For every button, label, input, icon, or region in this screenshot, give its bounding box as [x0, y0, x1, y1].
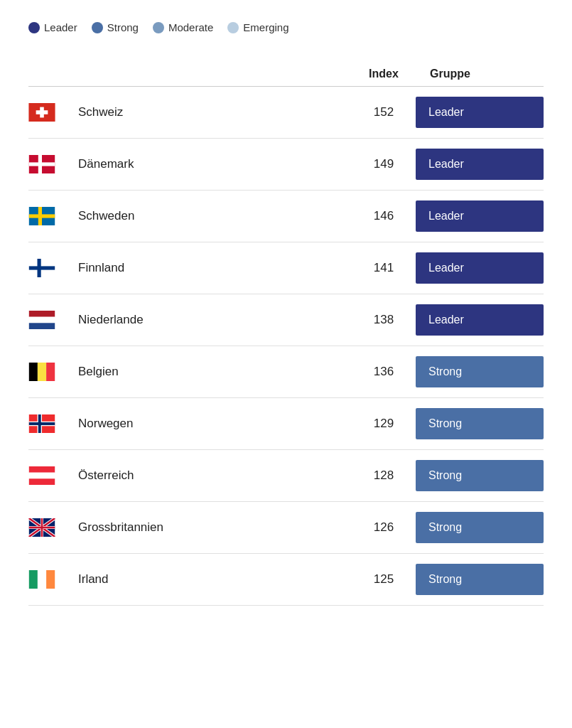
- flag-cell-se: [28, 207, 71, 225]
- country-name-2: Schweden: [71, 209, 352, 223]
- svg-rect-8: [38, 207, 42, 225]
- index-value-0: 152: [352, 105, 416, 119]
- table-row: Schweiz 152 Leader: [28, 87, 544, 139]
- table-row: Niederlande 138 Leader: [28, 294, 544, 346]
- gruppe-badge-6: Strong: [416, 408, 544, 439]
- svg-rect-22: [38, 414, 41, 433]
- dot-strong: [92, 22, 103, 33]
- flag-cell-ch: [28, 103, 71, 122]
- svg-rect-37: [46, 570, 55, 589]
- legend-item-leader: Leader: [28, 21, 77, 33]
- country-name-3: Finnland: [71, 261, 352, 275]
- index-value-7: 128: [352, 469, 416, 483]
- country-name-8: Grossbritannien: [71, 520, 352, 535]
- flag-cell-fi: [28, 259, 71, 277]
- flag-cell-dk: [28, 155, 71, 173]
- table-row: Schweden 146 Leader: [28, 191, 544, 242]
- gruppe-badge-1: Leader: [416, 149, 544, 180]
- table-row: Dänemark 149 Leader: [28, 139, 544, 191]
- gruppe-badge-0: Leader: [416, 97, 544, 128]
- dot-emerging: [227, 22, 239, 33]
- svg-rect-16: [38, 363, 46, 381]
- index-value-4: 138: [352, 313, 416, 327]
- legend-label-leader: Leader: [44, 21, 77, 33]
- table-body: Schweiz 152 Leader Dänemark 149 Leader S…: [28, 87, 544, 606]
- svg-rect-5: [38, 155, 42, 173]
- legend-item-moderate: Moderate: [153, 21, 213, 33]
- flag-cell-no: [28, 414, 71, 433]
- index-value-8: 126: [352, 520, 416, 535]
- header-index: Index: [352, 68, 416, 80]
- index-value-1: 149: [352, 157, 416, 171]
- svg-rect-17: [46, 363, 55, 381]
- dot-leader: [28, 22, 40, 33]
- index-value-6: 129: [352, 417, 416, 431]
- flag-cell-at: [28, 466, 71, 485]
- table-row: Österreich 128 Strong: [28, 450, 544, 502]
- index-value-2: 146: [352, 209, 416, 223]
- svg-rect-35: [29, 570, 38, 589]
- svg-rect-34: [41, 518, 43, 537]
- gruppe-badge-9: Strong: [416, 564, 544, 595]
- svg-rect-11: [38, 259, 41, 277]
- country-name-6: Norwegen: [71, 417, 352, 431]
- flag-cell-ie: [28, 570, 71, 589]
- table-header: Index Gruppe: [28, 62, 544, 87]
- svg-rect-2: [36, 110, 48, 114]
- svg-rect-10: [29, 266, 55, 269]
- legend-item-emerging: Emerging: [227, 21, 288, 33]
- gruppe-badge-3: Leader: [416, 252, 544, 284]
- gruppe-badge-4: Leader: [416, 304, 544, 336]
- table-row: Grossbritannien 126 Strong: [28, 502, 544, 554]
- dot-moderate: [153, 22, 164, 33]
- flag-cell-nl: [28, 311, 71, 329]
- gruppe-badge-2: Leader: [416, 200, 544, 232]
- ranking-table: Index Gruppe Schweiz 152 Leader Dänemark…: [28, 62, 544, 606]
- svg-rect-36: [38, 570, 46, 589]
- header-gruppe: Gruppe: [416, 68, 544, 80]
- country-name-7: Österreich: [71, 469, 352, 483]
- index-value-9: 125: [352, 572, 416, 587]
- legend: Leader Strong Moderate Emerging: [28, 21, 544, 33]
- legend-label-strong: Strong: [107, 21, 139, 33]
- index-value-5: 136: [352, 365, 416, 379]
- svg-rect-23: [29, 466, 55, 473]
- legend-label-emerging: Emerging: [243, 21, 288, 33]
- country-name-1: Dänemark: [71, 157, 352, 171]
- table-row: Belgien 136 Strong: [28, 346, 544, 398]
- table-row: Norwegen 129 Strong: [28, 398, 544, 450]
- svg-rect-14: [29, 323, 55, 329]
- svg-rect-24: [29, 473, 55, 479]
- svg-rect-12: [29, 311, 55, 317]
- svg-rect-13: [29, 317, 55, 323]
- legend-item-strong: Strong: [92, 21, 139, 33]
- country-name-9: Irland: [71, 572, 352, 587]
- svg-rect-21: [29, 422, 55, 425]
- country-name-0: Schweiz: [71, 105, 352, 119]
- gruppe-badge-8: Strong: [416, 512, 544, 543]
- legend-label-moderate: Moderate: [168, 21, 213, 33]
- gruppe-badge-5: Strong: [416, 356, 544, 387]
- country-name-5: Belgien: [71, 365, 352, 379]
- table-row: Irland 125 Strong: [28, 554, 544, 606]
- flag-cell-be: [28, 363, 71, 381]
- svg-rect-25: [29, 478, 55, 485]
- flag-cell-gb: [28, 518, 71, 537]
- table-row: Finnland 141 Leader: [28, 242, 544, 294]
- country-name-4: Niederlande: [71, 313, 352, 327]
- gruppe-badge-7: Strong: [416, 460, 544, 491]
- index-value-3: 141: [352, 261, 416, 275]
- svg-rect-15: [29, 363, 38, 381]
